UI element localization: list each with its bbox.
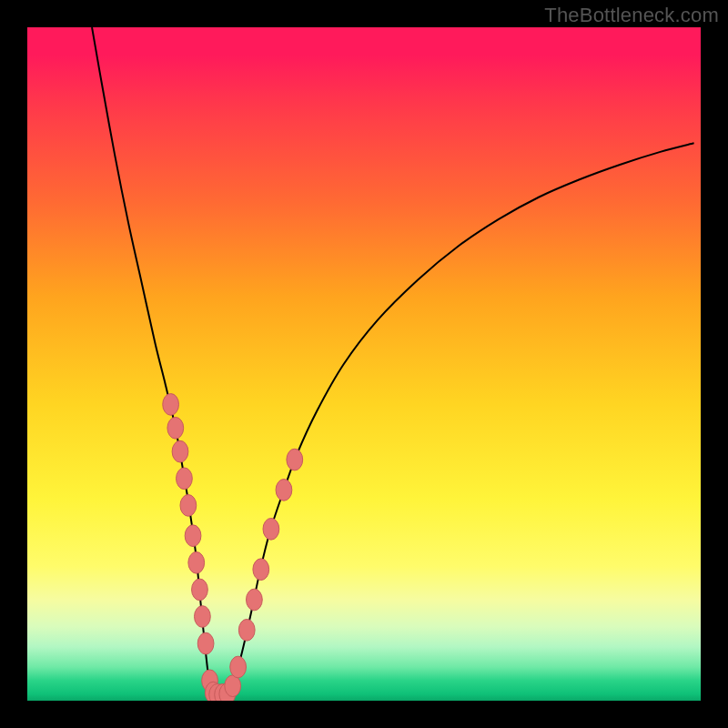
chart-frame: TheBottleneck.com xyxy=(0,0,728,728)
plot-area xyxy=(27,27,701,701)
heatmap-gradient xyxy=(27,27,701,701)
watermark-text: TheBottleneck.com xyxy=(544,4,719,27)
